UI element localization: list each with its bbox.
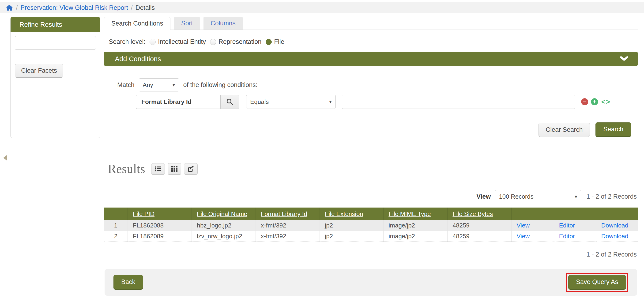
view-row: View 100 Records ▾ 1 - 2 of 2 Records [104, 190, 638, 203]
grid-view-button[interactable] [168, 163, 181, 175]
field-lookup-button[interactable] [220, 95, 239, 109]
save-query-as-button[interactable]: Save Query As [568, 275, 626, 290]
operator-select[interactable]: Equals ▾ [246, 95, 336, 109]
match-row: Match Any ▾ of the following conditions: [104, 78, 638, 92]
row-number: 2 [104, 231, 128, 242]
add-condition-icon[interactable]: + [591, 98, 598, 105]
condition-value-input[interactable] [342, 95, 575, 109]
cell-file-size-bytes: 48259 [447, 220, 511, 231]
results-divider [104, 184, 638, 184]
chevron-down-icon[interactable] [620, 56, 628, 62]
export-icon [187, 165, 194, 172]
list-view-icon [154, 166, 162, 172]
remove-condition-icon[interactable]: − [581, 98, 588, 105]
row-number: 1 [104, 220, 128, 231]
cell-file-mime-type: image/jp2 [383, 231, 447, 242]
highlight-box: Save Query As [566, 273, 628, 292]
facet-dropdown[interactable]: ▾ [15, 36, 96, 50]
list-view-button[interactable] [151, 163, 165, 175]
refine-results-title: Refine Results [10, 17, 100, 32]
clear-facets-button[interactable]: Clear Facets [15, 64, 63, 78]
view-link[interactable]: View [517, 222, 530, 229]
radio-intellectual-entity-label[interactable]: Intellectual Entity [158, 38, 206, 46]
sort-header-format-library-id[interactable]: Format Library Id [261, 210, 307, 218]
header-row-number [104, 208, 128, 220]
add-conditions-title: Add Conditions [115, 55, 161, 63]
sort-header-file-extension[interactable]: File Extension [325, 210, 363, 218]
facet-dropdown-input[interactable] [15, 36, 96, 50]
breadcrumb-link-report[interactable]: Preservation: View Global Risk Report [21, 4, 128, 12]
search-level-row: Search level: Intellectual Entity Repres… [104, 38, 638, 46]
main-panel: Search Conditions Sort Columns Search le… [104, 17, 638, 299]
breadcrumb-current: Details [136, 4, 155, 12]
cell-file-extension: jp2 [320, 220, 383, 231]
results-section: Results [104, 150, 638, 258]
match-select[interactable]: Any ▾ [139, 78, 179, 92]
sort-header-file-pid[interactable]: File PID [133, 210, 154, 218]
tab-columns[interactable]: Columns [204, 17, 243, 30]
radio-representation[interactable] [210, 39, 216, 45]
page-size-value: 100 Records [499, 193, 533, 200]
sort-header-file-size-bytes[interactable]: File Size Bytes [453, 210, 493, 218]
clear-search-button[interactable]: Clear Search [538, 123, 590, 137]
cell-file-size-bytes: 48259 [447, 231, 511, 242]
search-level-label: Search level: [109, 38, 145, 46]
radio-file[interactable] [266, 39, 272, 45]
match-select-value: Any [143, 81, 153, 89]
refine-results-body: ▾ Clear Facets [10, 32, 100, 82]
chevron-down-icon: ▾ [574, 194, 577, 200]
editor-link[interactable]: Editor [559, 233, 575, 240]
condition-buttons-row: Clear Search Search [104, 122, 638, 137]
search-button[interactable]: Search [596, 122, 631, 137]
records-summary-top: 1 - 2 of 2 Records [586, 193, 637, 200]
tab-search-conditions[interactable]: Search Conditions [104, 17, 170, 30]
view-link[interactable]: View [517, 233, 530, 240]
table-row: 1 FL1862088 hbz_logo.jp2 x-fmt/392 jp2 i… [104, 220, 638, 231]
condition-field-group [136, 95, 239, 109]
editor-link[interactable]: Editor [559, 222, 575, 229]
cell-file-original-name: lzv_nrw_logo.jp2 [192, 231, 256, 242]
breadcrumb-separator: / [16, 4, 18, 12]
breadcrumb-separator: / [131, 4, 133, 12]
download-link[interactable]: Download [601, 222, 628, 229]
cell-file-mime-type: image/jp2 [383, 220, 447, 231]
header-view [511, 208, 554, 220]
sort-header-file-mime-type[interactable]: File MIME Type [389, 210, 431, 218]
table-row: 2 FL1862089 lzv_nrw_logo.jp2 x-fmt/392 j… [104, 231, 638, 242]
radio-representation-label[interactable]: Representation [218, 38, 262, 46]
cell-file-pid: FL1862089 [128, 231, 192, 242]
breadcrumb: / Preservation: View Global Risk Report … [0, 2, 644, 13]
records-summary-bottom: 1 - 2 of 2 Records [104, 251, 638, 258]
tab-bar: Search Conditions Sort Columns [104, 17, 638, 30]
grid-view-icon [171, 166, 178, 172]
page-size-select[interactable]: 100 Records ▾ [495, 190, 581, 203]
conditions-body: Match Any ▾ of the following conditions: [104, 78, 638, 150]
footer-bar: Back Save Query As [104, 269, 637, 296]
results-table: File PID File Original Name Format Libra… [104, 208, 638, 242]
collapse-sidebar-icon[interactable] [3, 155, 7, 161]
header-download [596, 208, 638, 220]
results-title-row: Results [104, 162, 638, 176]
cell-format-library-id: x-fmt/392 [256, 220, 320, 231]
home-icon[interactable] [6, 4, 13, 11]
header-editor [554, 208, 596, 220]
export-button[interactable] [184, 163, 198, 175]
chevron-down-icon: ▾ [172, 82, 175, 88]
code-brackets-icon[interactable]: <> [601, 98, 610, 106]
match-label: Match [117, 81, 134, 89]
radio-file-label[interactable]: File [274, 38, 284, 46]
cell-file-pid: FL1862088 [128, 220, 192, 231]
sort-header-file-original-name[interactable]: File Original Name [197, 210, 247, 218]
download-link[interactable]: Download [601, 233, 628, 240]
condition-field-input[interactable] [136, 95, 220, 109]
radio-intellectual-entity[interactable] [150, 39, 156, 45]
tab-sort[interactable]: Sort [174, 17, 200, 30]
add-conditions-header[interactable]: Add Conditions [104, 52, 638, 66]
table-header-row: File PID File Original Name Format Libra… [104, 208, 638, 220]
condition-row: Equals ▾ − + <> [104, 95, 638, 109]
search-icon [226, 98, 234, 106]
operator-select-value: Equals [250, 98, 269, 106]
cell-format-library-id: x-fmt/392 [256, 231, 320, 242]
back-button[interactable]: Back [114, 275, 143, 290]
refine-results-panel: Refine Results ▾ Clear Facets [10, 17, 100, 138]
